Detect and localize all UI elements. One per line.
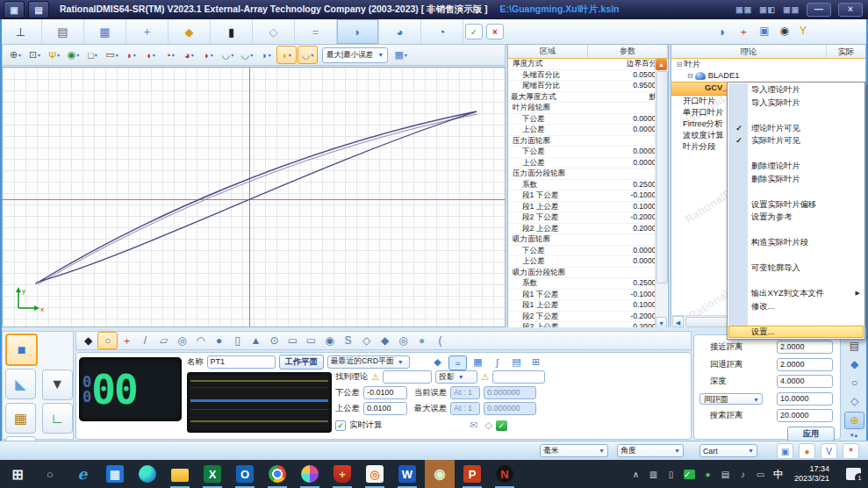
angle-select[interactable]: 角度▼	[617, 444, 684, 457]
parameter-row[interactable]: 系数 0.250000	[508, 180, 668, 191]
realtime-checkbox[interactable]: ✓	[335, 420, 346, 431]
plane-select[interactable]: 最靠近的CRD平面▼	[327, 355, 410, 369]
context-menu-item[interactable]: 修改...	[728, 300, 864, 313]
probe-setup-icon[interactable]: ⊥	[0, 19, 42, 44]
projection-input[interactable]	[492, 370, 545, 384]
hook-icon[interactable]: (	[431, 333, 449, 348]
surface-icon[interactable]: ◇	[357, 333, 376, 348]
scan-icon[interactable]: ▤	[508, 355, 525, 369]
excel-icon[interactable]: X	[202, 463, 223, 484]
blade-view-icon[interactable]: ◗	[719, 25, 726, 39]
context-menu-item[interactable]	[728, 147, 864, 161]
wechat-tray-icon[interactable]: ●	[703, 468, 713, 480]
start-button[interactable]: ⊞	[7, 463, 28, 484]
security-shield-icon[interactable]: +	[332, 463, 353, 484]
scan-parameter-input[interactable]	[777, 392, 833, 405]
powerpoint-icon[interactable]: P	[462, 463, 483, 484]
workplane-button[interactable]: 工作平面	[279, 355, 324, 370]
datum-icon[interactable]: ▣	[777, 443, 793, 459]
label-box-icon[interactable]: ▭▾	[103, 47, 121, 63]
ime-indicator[interactable]: 中	[773, 468, 783, 481]
parameter-row[interactable]: 上公差 0.000000	[508, 125, 668, 136]
round-slot-icon[interactable]: ▭	[302, 333, 320, 348]
probe-head-icon[interactable]: ▼	[42, 370, 73, 400]
parameter-row[interactable]: 段1 下公差 -0.100000	[508, 290, 668, 301]
parameter-row[interactable]: 厚度方式 边界百分比	[508, 59, 668, 70]
connection-icons[interactable]: ▣▣	[783, 5, 800, 14]
probe-ball-icon[interactable]: ●	[799, 443, 815, 459]
parameter-row[interactable]: 叶片段轮廓	[508, 103, 668, 114]
report-grid-button[interactable]: ▦▾	[391, 47, 410, 63]
found-theory-input[interactable]	[383, 370, 432, 384]
network-icon[interactable]: ▭	[756, 468, 765, 480]
word-icon[interactable]: W	[397, 463, 418, 484]
parameter-row[interactable]: 头端百分比 0.050000	[508, 70, 668, 82]
blade-edit-icon[interactable]: ◗▾	[276, 46, 297, 64]
gdt-diamond-icon[interactable]: ◆	[169, 19, 211, 44]
cone-icon[interactable]: ▲	[247, 333, 265, 348]
ellipse-icon[interactable]: ⊙	[265, 333, 283, 348]
parameter-row[interactable]: 尾端百分比 0.950000	[508, 81, 668, 92]
analysis-icon[interactable]: ◕	[379, 19, 421, 44]
trader-app-icon[interactable]: N	[494, 463, 515, 484]
blade-shift-icon[interactable]: ◕▾	[180, 47, 198, 63]
magnifier-icon[interactable]: ○	[845, 375, 864, 391]
clock[interactable]: 17:34 2023/3/21	[794, 464, 829, 484]
remote-app-icon[interactable]: ▦	[104, 463, 126, 484]
trend-chart-icon[interactable]: ≈	[448, 355, 467, 370]
context-menu-item[interactable]	[728, 185, 864, 198]
arc-icon[interactable]: ◠	[191, 333, 210, 348]
print-icon[interactable]: ▤	[845, 338, 864, 354]
blade-wave-icon[interactable]: ◡▾	[219, 47, 237, 63]
parameter-row[interactable]: 压力面分段轮廓	[508, 169, 668, 180]
tree-node-blade-root[interactable]: ⊟叶片	[671, 59, 865, 70]
parameter-row[interactable]: 段1 上公差 0.100000	[508, 202, 668, 213]
protractor-icon[interactable]: ◣	[5, 369, 36, 399]
plane-icon[interactable]: ▱	[154, 333, 173, 348]
context-menu-item[interactable]: 实际叶片可见	[728, 134, 864, 147]
parameter-row[interactable]: 吸力面轮廓	[508, 234, 668, 246]
scroll-left-icon[interactable]: ◀	[672, 316, 684, 327]
cancel-x-button[interactable]: ×	[486, 24, 504, 39]
chrome-icon[interactable]	[267, 463, 288, 484]
explorer-icon[interactable]	[169, 463, 190, 484]
view-eye-icon[interactable]: ◉▾	[64, 47, 82, 63]
feature-name-input[interactable]	[207, 355, 276, 369]
blade-module-icon[interactable]: ◗	[337, 19, 379, 44]
parameter-row[interactable]: 系数 0.250000	[508, 278, 668, 290]
slot-icon[interactable]: ▭	[283, 333, 302, 348]
tree-node-blade1[interactable]: ⊟BLADE1	[671, 70, 865, 82]
doc-search-icon[interactable]: ◎	[364, 463, 385, 484]
scan-parameter-input[interactable]	[777, 358, 833, 371]
plan-document-icon[interactable]: ▤	[42, 19, 84, 44]
parameter-row[interactable]: 下公差 0.000000	[508, 147, 668, 158]
app-menu-icon[interactable]: ▤	[28, 1, 49, 18]
parameter-row[interactable]: 上公差 0.000000	[508, 158, 668, 169]
probe-tool-icon[interactable]: ▮	[211, 19, 253, 44]
context-menu-item[interactable]: 理论叶片可见	[728, 122, 864, 135]
parameter-row[interactable]: 下公差 0.000000	[508, 246, 668, 257]
blade-profile-icon[interactable]: ◡▾	[298, 46, 318, 64]
card-reader-icon[interactable]: ▤	[721, 468, 730, 480]
lower-tolerance-input[interactable]	[363, 386, 407, 399]
probe-small-icon[interactable]: ◇	[484, 420, 491, 431]
edge-icon[interactable]	[137, 463, 158, 484]
tab-theory[interactable]: 理论	[671, 45, 827, 58]
units-select[interactable]: 毫米▼	[540, 444, 608, 457]
vector-tool-icon[interactable]: V	[821, 443, 837, 459]
feature-axes-icon[interactable]: ＋	[118, 333, 136, 348]
zoom-window-icon[interactable]: ⊡▾	[25, 47, 44, 63]
parameter-row[interactable]: 段2 上公差 0.200000	[508, 224, 668, 235]
volume-icon[interactable]: ♪	[738, 468, 748, 480]
parameter-row[interactable]: 压力面轮廓	[508, 136, 668, 147]
mesh-sphere-icon[interactable]: ●	[412, 333, 431, 348]
tray-phone-icon[interactable]: ▯	[666, 468, 676, 480]
cylinder-icon[interactable]: ▯	[228, 333, 247, 348]
scan-parameter-input[interactable]	[777, 341, 833, 354]
context-menu-item[interactable]	[728, 109, 864, 122]
probe-view-icon[interactable]: ◆	[845, 356, 864, 372]
app-window-icon[interactable]: ▣	[4, 1, 25, 18]
error-mode-select[interactable]: 最大|最小误差▼	[322, 47, 388, 63]
context-menu-item[interactable]	[728, 312, 864, 326]
center-view-icon[interactable]: ⊕▾	[6, 47, 25, 63]
